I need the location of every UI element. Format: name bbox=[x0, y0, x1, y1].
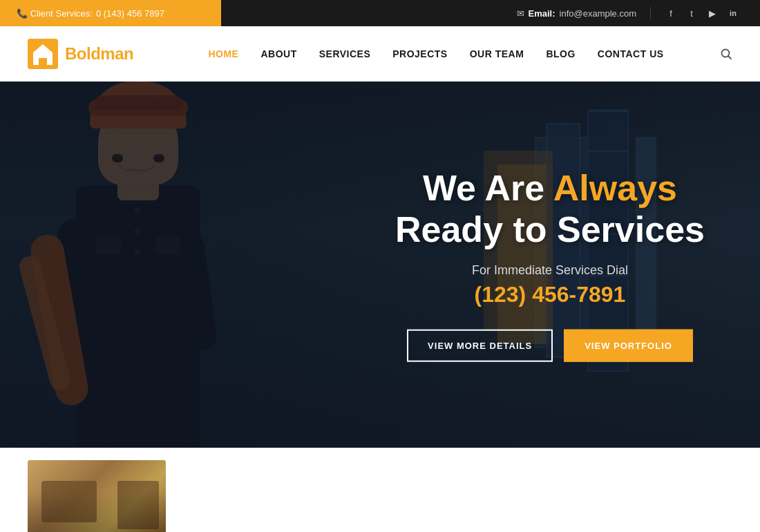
client-services-label: Client Services: bbox=[30, 8, 93, 19]
search-button[interactable] bbox=[720, 48, 732, 60]
youtube-icon[interactable]: ▶ bbox=[706, 7, 719, 19]
email-value: info@example.com bbox=[560, 8, 636, 19]
logo[interactable]: Boldman bbox=[28, 39, 152, 69]
hero-phone: (123) 456-7891 bbox=[395, 281, 705, 307]
email-block: ✉ Email: info@example.com bbox=[517, 8, 636, 19]
hero-title-part2: Ready to Services bbox=[395, 209, 705, 249]
hero-section: We Are Always Ready to Services For Imme… bbox=[0, 82, 760, 448]
hero-title-part1: We Are bbox=[423, 168, 553, 208]
main-nav: HOME ABOUT SERVICES PROJECTS OUR TEAM BL… bbox=[152, 48, 720, 59]
hero-title-highlight: Always bbox=[553, 168, 677, 208]
twitter-icon[interactable]: t bbox=[685, 7, 698, 19]
nav-services[interactable]: SERVICES bbox=[319, 48, 371, 59]
nav-our-team[interactable]: OUR TEAM bbox=[470, 48, 524, 59]
logo-light: man bbox=[100, 44, 133, 63]
social-icons: f t ▶ in bbox=[650, 7, 739, 19]
linkedin-icon[interactable]: in bbox=[727, 7, 739, 19]
logo-icon bbox=[28, 39, 58, 69]
top-bar-right: ✉ Email: info@example.com f t ▶ in bbox=[221, 7, 760, 19]
header: Boldman HOME ABOUT SERVICES PROJECTS OUR… bbox=[0, 26, 760, 82]
email-icon: ✉ bbox=[517, 8, 524, 19]
svg-rect-2 bbox=[41, 58, 42, 65]
facebook-icon[interactable]: f bbox=[665, 7, 677, 19]
client-services-number: 0 (143) 456 7897 bbox=[96, 8, 164, 19]
hero-subtitle: For Immediate Services Dial bbox=[395, 263, 705, 277]
logo-bold: Bold bbox=[65, 44, 100, 63]
top-bar: 📞 Client Services: 0 (143) 456 7897 ✉ Em… bbox=[0, 0, 760, 26]
preview-thumbnail bbox=[28, 460, 166, 533]
nav-contact-us[interactable]: CONTACT US bbox=[598, 48, 664, 59]
logo-text: Boldman bbox=[65, 44, 133, 64]
view-more-details-button[interactable]: VIEW MORE DETAILS bbox=[407, 329, 553, 361]
svg-rect-4 bbox=[36, 54, 37, 61]
svg-line-7 bbox=[729, 57, 732, 59]
hero-buttons: VIEW MORE DETAILS VIEW PORTFOLIO bbox=[395, 329, 705, 361]
svg-rect-5 bbox=[48, 54, 50, 61]
nav-projects[interactable]: PROJECTS bbox=[392, 48, 447, 59]
nav-blog[interactable]: BLOG bbox=[546, 48, 575, 59]
email-label: Email: bbox=[529, 8, 555, 19]
hero-content: We Are Always Ready to Services For Imme… bbox=[395, 168, 705, 362]
phone-icon: 📞 bbox=[17, 8, 30, 19]
bottom-strip bbox=[0, 448, 760, 532]
svg-point-6 bbox=[722, 50, 730, 57]
top-bar-left: 📞 Client Services: 0 (143) 456 7897 bbox=[0, 0, 221, 26]
view-portfolio-button[interactable]: VIEW PORTFOLIO bbox=[564, 329, 693, 361]
svg-rect-3 bbox=[44, 58, 45, 65]
hero-title: We Are Always Ready to Services bbox=[395, 168, 705, 251]
nav-home[interactable]: HOME bbox=[208, 48, 238, 59]
nav-about[interactable]: ABOUT bbox=[260, 48, 296, 59]
